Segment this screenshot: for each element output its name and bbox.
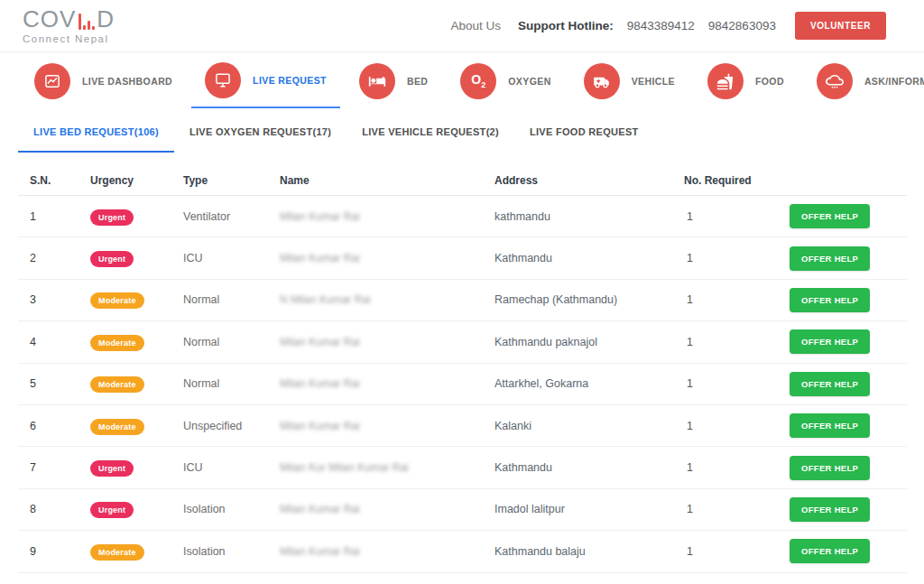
row-name-blurred: N Milan Kumar Rai (280, 293, 494, 306)
row-address: Kathmandu (494, 252, 684, 264)
nav-label: FOOD (755, 76, 784, 87)
offer-help-button[interactable]: OFFER HELP (790, 413, 870, 438)
row-name-blurred: Milan Kumar Rai (280, 420, 494, 432)
main-nav: LIVE DASHBOARD LIVE REQUEST BED O2 OXYGE… (0, 52, 924, 108)
row-no-required: 1 (684, 503, 790, 515)
row-serial-number: 7 (18, 461, 90, 474)
row-type: ICU (183, 252, 280, 264)
row-serial-number: 8 (18, 503, 90, 515)
table-row: 4 Moderate Normal Milan Kumar Rai Kathma… (18, 321, 907, 363)
row-serial-number: 3 (18, 293, 90, 306)
row-name-blurred: Milan Kumar Rai (280, 336, 494, 348)
nav-item-ask-inform[interactable]: ASK/INFORM (803, 63, 924, 107)
nav-label: OXYGEN (508, 76, 550, 87)
live-bed-request-table: S.N. Urgency Type Name Address No. Requi… (18, 165, 907, 573)
row-no-required: 1 (684, 293, 790, 306)
row-type: Normal (183, 336, 280, 348)
table-header-row: S.N. Urgency Type Name Address No. Requi… (18, 165, 907, 196)
offer-help-button[interactable]: OFFER HELP (790, 329, 870, 354)
offer-help-button[interactable]: OFFER HELP (790, 288, 870, 312)
tab-live-vehicle-request[interactable]: LIVE VEHICLE REQUEST(2) (346, 119, 514, 153)
col-header-address: Address (494, 174, 684, 187)
col-header-required: No. Required (684, 174, 790, 187)
table-body: 1 Urgent Ventilator Milan Kumar Rai kath… (18, 196, 907, 573)
row-address: Imadol lalitpur (494, 503, 684, 515)
nav-item-food[interactable]: FOOD (694, 63, 798, 107)
hotline-phone-2: 9842863093 (708, 19, 776, 32)
nav-label: LIVE DASHBOARD (82, 76, 172, 87)
row-no-required: 1 (684, 336, 790, 348)
row-name-blurred: Milan Kumar Rai (280, 377, 494, 390)
volunteer-button[interactable]: VOLUNTEER (795, 12, 886, 40)
row-name-blurred: Milan Kumar Rai (280, 545, 494, 558)
row-type: Isolation (183, 503, 280, 515)
row-address: Kathmandu paknajol (494, 336, 684, 348)
nav-item-bed[interactable]: BED (346, 63, 441, 107)
row-serial-number: 2 (18, 252, 90, 264)
tab-live-food-request[interactable]: LIVE FOOD REQUEST (514, 119, 654, 153)
logo-subtitle: Connect Nepal (23, 33, 115, 44)
row-serial-number: 4 (18, 336, 90, 348)
table-row: 2 Urgent ICU Milan Kumar Rai Kathmandu 1… (18, 237, 907, 279)
ambulance-icon (584, 63, 620, 99)
row-type: Normal (183, 293, 280, 306)
nav-item-oxygen[interactable]: O2 OXYGEN (447, 63, 564, 107)
row-address: Kathmandu balaju (494, 545, 684, 558)
top-header: COV D Connect Nepal About Us Support Hot… (0, 0, 924, 52)
offer-help-button[interactable]: OFFER HELP (790, 497, 870, 522)
row-no-required: 1 (684, 461, 790, 474)
offer-help-button[interactable]: OFFER HELP (790, 372, 870, 396)
row-address: Attarkhel, Gokarna (494, 377, 684, 390)
offer-help-button[interactable]: OFFER HELP (790, 456, 870, 480)
nav-item-live-dashboard[interactable]: LIVE DASHBOARD (21, 63, 186, 107)
table-row: 8 Urgent Isolation Milan Kumar Rai Imado… (18, 489, 907, 531)
table-row: 6 Moderate Unspecified Milan Kumar Rai K… (18, 405, 907, 447)
offer-help-button[interactable]: OFFER HELP (790, 204, 870, 228)
hotline-phone-1: 9843389412 (627, 19, 695, 32)
row-type: ICU (183, 461, 280, 474)
offer-help-button[interactable]: OFFER HELP (790, 539, 870, 563)
row-serial-number: 1 (18, 210, 90, 223)
row-no-required: 1 (684, 210, 790, 223)
nav-item-vehicle[interactable]: VEHICLE (570, 63, 688, 107)
urgency-badge: Urgent (90, 502, 134, 518)
table-row: 7 Urgent ICU Milan Kur Milan Kumar Rai K… (18, 447, 907, 488)
nav-label: VEHICLE (632, 76, 675, 87)
offer-help-button[interactable]: OFFER HELP (790, 246, 870, 271)
logo-text-left: COV (23, 7, 76, 31)
row-address: Kathmandu (494, 461, 684, 474)
logo-text-right: D (97, 7, 115, 31)
row-name-blurred: Milan Kur Milan Kumar Rai (280, 461, 494, 474)
support-hotline-label: Support Hotline: (518, 19, 614, 32)
tab-live-bed-request[interactable]: LIVE BED REQUEST(106) (18, 119, 174, 153)
urgency-badge: Moderate (90, 376, 144, 393)
row-address: Ramechap (Kathmandu) (494, 293, 684, 306)
o2-icon: O2 (460, 63, 496, 99)
col-header-name: Name (280, 174, 494, 187)
row-serial-number: 6 (18, 420, 90, 432)
urgency-badge: Urgent (90, 460, 134, 477)
about-us-link[interactable]: About Us (450, 19, 501, 32)
row-name-blurred: Milan Kumar Rai (280, 252, 494, 264)
header-right: About Us Support Hotline: 9843389412 984… (450, 12, 886, 40)
cloud-icon (817, 63, 853, 99)
request-sub-tabs: LIVE BED REQUEST(106) LIVE OXYGEN REQUES… (0, 119, 924, 153)
nav-item-live-request[interactable]: LIVE REQUEST (191, 62, 340, 108)
row-type: Isolation (183, 545, 280, 558)
row-no-required: 1 (684, 420, 790, 432)
row-type: Normal (183, 377, 280, 390)
row-address: kathmandu (494, 210, 684, 223)
row-address: Kalanki (494, 420, 684, 432)
row-name-blurred: Milan Kumar Rai (280, 210, 494, 223)
chart-icon (34, 63, 70, 99)
tab-live-oxygen-request[interactable]: LIVE OXYGEN REQUEST(17) (174, 119, 346, 153)
row-no-required: 1 (684, 377, 790, 390)
row-type: Ventilator (183, 210, 280, 223)
bar-chart-icon (79, 14, 95, 30)
logo[interactable]: COV D Connect Nepal (23, 7, 115, 44)
bed-icon (359, 63, 395, 99)
table-row: 1 Urgent Ventilator Milan Kumar Rai kath… (18, 196, 907, 237)
row-no-required: 1 (684, 252, 790, 264)
table-row: 9 Moderate Isolation Milan Kumar Rai Kat… (18, 531, 907, 572)
nav-label: LIVE REQUEST (253, 75, 327, 86)
